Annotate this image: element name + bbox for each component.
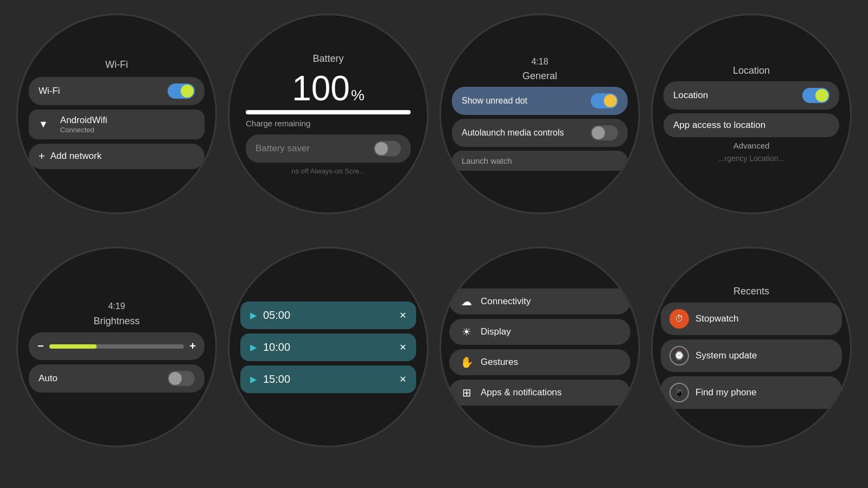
settings-watch: ☁ Connectivity ☀ Display ✋ Gestures ⊞ Ap… xyxy=(437,247,643,474)
battery-percent-value: 100 xyxy=(292,71,350,106)
battery-title: Battery xyxy=(312,53,343,65)
recents-watch: Recents ⏱ Stopwatch ⌚ System update 📱 xyxy=(648,247,854,474)
apps-notifications-label: Apps & notifications xyxy=(481,387,561,398)
location-advanced[interactable]: Advanced xyxy=(663,141,839,150)
brightness-plus-icon[interactable]: + xyxy=(189,340,196,352)
settings-connectivity[interactable]: ☁ Connectivity xyxy=(449,288,630,314)
brightness-auto-row[interactable]: Auto xyxy=(29,364,205,393)
brightness-auto-label: Auto xyxy=(39,373,58,384)
location-toggle-row[interactable]: Location xyxy=(663,81,839,110)
recents-panel: Recents ⏱ Stopwatch ⌚ System update 📱 xyxy=(653,281,850,413)
wifi-add-icon: + xyxy=(39,150,45,163)
recents-stopwatch[interactable]: ⏱ Stopwatch xyxy=(661,303,842,335)
launch-watch-row[interactable]: Launch watch xyxy=(452,151,628,171)
brightness-bar xyxy=(49,344,184,349)
timer-delete-icon-2[interactable]: ✕ xyxy=(399,342,406,352)
battery-saver-toggle[interactable] xyxy=(374,141,401,156)
recents-find-phone[interactable]: 📱 Find my phone xyxy=(661,376,842,409)
system-update-icon: ⌚ xyxy=(669,346,689,365)
location-app-row[interactable]: App access to location xyxy=(663,113,839,137)
wifi-add-label: Add network xyxy=(50,151,102,162)
battery-bar-container xyxy=(246,110,411,114)
general-watch: 4:18 General Show unread dot Autolaunch … xyxy=(437,14,643,241)
battery-saver-label: Battery saver xyxy=(256,143,310,154)
wifi-network-info: AndroidWifi Connected xyxy=(60,115,107,134)
system-update-symbol: ⌚ xyxy=(674,350,685,361)
autolaunch-label: Autolaunch media controls xyxy=(462,128,591,138)
location-panel: Location Location App access to location… xyxy=(653,61,850,167)
brightness-time: 4:19 xyxy=(29,301,205,311)
timer-row-2[interactable]: ▶ 10:00 ✕ xyxy=(240,333,416,361)
find-phone-symbol: 📱 xyxy=(674,387,685,397)
battery-saver-row[interactable]: Battery saver xyxy=(246,134,411,163)
gestures-label: Gestures xyxy=(481,357,518,368)
timer-time-3: 15:00 xyxy=(263,373,393,386)
wifi-toggle-label: Wi-Fi xyxy=(39,86,60,97)
stopwatch-label: Stopwatch xyxy=(695,313,738,324)
wifi-circle: Wi-Fi Wi-Fi ▼ AndroidWifi Connected + Ad… xyxy=(16,14,217,214)
launch-watch-label: Launch watch xyxy=(462,156,512,165)
recents-circle: Recents ⏱ Stopwatch ⌚ System update 📱 xyxy=(651,247,852,447)
show-unread-row[interactable]: Show unread dot xyxy=(452,87,628,115)
brightness-watch: 4:19 Brightness − + Auto xyxy=(14,247,220,474)
timer-circle: ▶ 05:00 ✕ ▶ 10:00 ✕ ▶ 15:00 ✕ xyxy=(228,247,429,447)
battery-bar-fill xyxy=(246,110,411,114)
main-grid: Wi-Fi Wi-Fi ▼ AndroidWifi Connected + Ad… xyxy=(3,3,865,485)
battery-charge-text: Charge remaining xyxy=(246,119,310,128)
recents-title: Recents xyxy=(661,286,842,297)
wifi-network-status: Connected xyxy=(60,126,107,134)
location-title: Location xyxy=(663,65,839,76)
location-toggle[interactable] xyxy=(802,88,829,103)
settings-panel: ☁ Connectivity ☀ Display ✋ Gestures ⊞ Ap… xyxy=(441,283,639,411)
wifi-toggle[interactable] xyxy=(168,84,195,99)
general-circle: 4:18 General Show unread dot Autolaunch … xyxy=(439,14,640,214)
timer-row-1[interactable]: ▶ 05:00 ✕ xyxy=(240,301,416,329)
location-circle: Location Location App access to location… xyxy=(651,14,852,214)
general-panel: 4:18 General Show unread dot Autolaunch … xyxy=(441,53,639,175)
wifi-add-row[interactable]: + Add network xyxy=(29,144,205,169)
general-title: General xyxy=(452,70,628,82)
battery-panel: Battery 100 % Charge remaining Battery s… xyxy=(229,48,427,181)
timer-delete-icon-1[interactable]: ✕ xyxy=(399,310,406,320)
wifi-network-row[interactable]: ▼ AndroidWifi Connected xyxy=(29,110,205,139)
battery-percent-suffix: % xyxy=(351,87,365,104)
find-phone-icon: 📱 xyxy=(669,383,689,402)
brightness-auto-toggle[interactable] xyxy=(168,371,195,386)
wifi-toggle-row[interactable]: Wi-Fi xyxy=(29,77,205,105)
wifi-panel: Wi-Fi Wi-Fi ▼ AndroidWifi Connected + Ad… xyxy=(18,54,215,175)
brightness-slider-row[interactable]: − + xyxy=(29,332,205,360)
battery-circle: Battery 100 % Charge remaining Battery s… xyxy=(228,14,429,214)
timer-delete-icon-3[interactable]: ✕ xyxy=(399,374,406,384)
brightness-panel: 4:19 Brightness − + Auto xyxy=(18,297,215,397)
settings-display[interactable]: ☀ Display xyxy=(449,319,630,345)
battery-aos-text: ns off Always-on Scre... xyxy=(291,167,365,175)
gestures-icon: ✋ xyxy=(459,356,474,369)
brightness-bar-fill xyxy=(49,344,97,349)
connectivity-label: Connectivity xyxy=(481,296,531,307)
show-unread-label: Show unread dot xyxy=(462,96,591,106)
settings-apps-notifications[interactable]: ⊞ Apps & notifications xyxy=(449,380,630,406)
display-icon: ☀ xyxy=(459,325,474,338)
stopwatch-icon: ⏱ xyxy=(669,309,689,329)
timer-watch: ▶ 05:00 ✕ ▶ 10:00 ✕ ▶ 15:00 ✕ xyxy=(225,247,431,474)
location-emergency: ...rgency Location... xyxy=(663,154,839,163)
timer-play-icon-2[interactable]: ▶ xyxy=(250,342,257,352)
find-phone-label: Find my phone xyxy=(695,387,756,398)
settings-circle: ☁ Connectivity ☀ Display ✋ Gestures ⊞ Ap… xyxy=(439,247,640,447)
timer-play-icon-1[interactable]: ▶ xyxy=(250,310,257,320)
autolaunch-row[interactable]: Autolaunch media controls xyxy=(452,119,628,147)
apps-icon: ⊞ xyxy=(459,386,474,399)
system-update-label: System update xyxy=(695,350,757,361)
general-time: 4:18 xyxy=(452,57,628,67)
timer-play-icon-3[interactable]: ▶ xyxy=(250,374,257,384)
recents-system-update[interactable]: ⌚ System update xyxy=(661,339,842,372)
connectivity-icon: ☁ xyxy=(459,295,474,308)
brightness-title: Brightness xyxy=(29,316,205,327)
timer-row-3[interactable]: ▶ 15:00 ✕ xyxy=(240,365,416,393)
wifi-network-name: AndroidWifi xyxy=(60,115,107,126)
show-unread-toggle[interactable] xyxy=(591,93,618,108)
location-app-label: App access to location xyxy=(673,120,765,130)
brightness-minus-icon[interactable]: − xyxy=(37,340,44,352)
settings-gestures[interactable]: ✋ Gestures xyxy=(449,349,630,375)
autolaunch-toggle[interactable] xyxy=(591,125,618,140)
